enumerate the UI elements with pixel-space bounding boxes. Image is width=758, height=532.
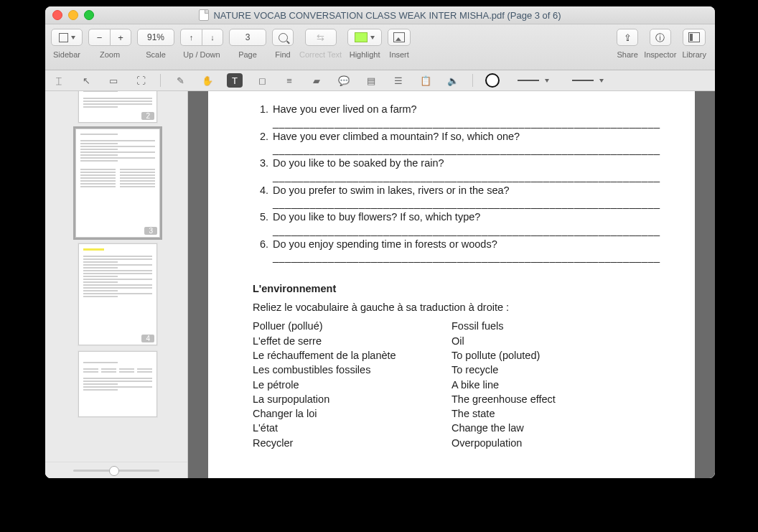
question-number: 6.: [253, 238, 268, 252]
shape-tool[interactable]: ◻: [254, 73, 270, 88]
titlebar: NATURE VOCAB CONVERSATION CLASS WEAK INT…: [45, 6, 715, 24]
page-thumbnail[interactable]: 3: [75, 129, 160, 238]
crop-tool[interactable]: ⛶: [133, 73, 149, 88]
inspector-button[interactable]: ⓘ: [650, 29, 671, 46]
page-thumbnail[interactable]: 4: [78, 243, 157, 345]
answer-line: ________________________________________…: [273, 225, 650, 236]
textstyle-tool[interactable]: ≡: [281, 73, 297, 88]
question-item: 6. Do you enjoy spending time in forests…: [253, 238, 650, 252]
highlight-button[interactable]: [347, 29, 382, 46]
vocab-term: L'état: [253, 421, 451, 435]
text-tool[interactable]: T: [227, 73, 243, 88]
arrow-down-icon: ↓: [210, 34, 215, 42]
note-tool[interactable]: 💬: [336, 73, 352, 88]
search-icon: [279, 33, 288, 42]
vocab-columns: Polluer (pollué) L'effet de serre Le réc…: [253, 319, 650, 450]
window-title-text: NATURE VOCAB CONVERSATION CLASS WEAK INT…: [213, 10, 561, 21]
vocab-term: Oil: [451, 334, 650, 348]
form-icon: ▤: [367, 76, 375, 85]
image-icon: [393, 32, 405, 42]
chevron-down-icon: [545, 79, 549, 83]
question-number: 5.: [253, 210, 268, 225]
vocab-term: A bike line: [451, 378, 650, 392]
scale-field[interactable]: 91%: [137, 29, 174, 46]
line-width-picker[interactable]: [512, 73, 555, 88]
question-item: 5. Do you like to buy flowers? If so, wh…: [253, 210, 650, 225]
speech-icon: 💬: [338, 76, 350, 85]
answer-line: ________________________________________…: [273, 117, 650, 129]
insert-label: Insert: [389, 50, 409, 59]
textstyle-icon: ≡: [286, 76, 292, 85]
highlight-label: Highlight: [350, 50, 380, 59]
pencil-tool[interactable]: ✎: [172, 73, 188, 88]
vocab-term: Polluer (pollué): [253, 319, 451, 333]
form-tool[interactable]: ▤: [363, 73, 379, 88]
clipboard-tool[interactable]: 📋: [418, 73, 434, 88]
list-tool[interactable]: ☰: [390, 73, 406, 88]
area-select-tool[interactable]: ▭: [106, 73, 121, 88]
question-list: 1. Have you ever lived on a farm? ______…: [253, 103, 650, 263]
text-select-tool[interactable]: ⌶: [51, 73, 67, 88]
library-icon: [688, 32, 700, 42]
line-end-picker[interactable]: [566, 73, 609, 88]
vocab-term: Change the law: [451, 421, 650, 435]
main-toolbar: Sidebar − + Zoom 91% Scale ↑ ↓: [45, 24, 715, 70]
thumbnail-list: 2: [45, 91, 187, 462]
correct-text-label: Correct Text: [299, 50, 342, 59]
thumbnail-page-number: 4: [141, 335, 154, 342]
find-button[interactable]: [272, 29, 294, 46]
vocab-term: Recycler: [253, 436, 451, 450]
thumbnail-page-number: 2: [141, 112, 154, 120]
chevron-down-icon: [71, 36, 75, 39]
sound-icon: 🔈: [447, 76, 459, 85]
question-item: 3. Do you like to be soaked by the rain?: [253, 157, 650, 171]
answer-line: ________________________________________…: [273, 144, 650, 155]
highlighter-tool[interactable]: ▰: [309, 73, 324, 88]
info-icon: ⓘ: [655, 33, 665, 42]
correct-text-button[interactable]: ⇆: [305, 29, 337, 46]
pan-tool[interactable]: ✋: [200, 73, 215, 88]
page-down-button[interactable]: ↓: [202, 29, 223, 46]
page-thumbnail[interactable]: 2: [78, 91, 157, 123]
question-item: 1. Have you ever lived on a farm?: [253, 103, 650, 117]
vocab-term: Fossil fuels: [451, 319, 650, 333]
line-icon: [518, 80, 539, 81]
zoom-label: Zoom: [100, 50, 120, 59]
stroke-color[interactable]: [485, 73, 500, 88]
toolbar-separator: [472, 74, 473, 87]
page-up-button[interactable]: ↑: [180, 29, 202, 46]
sidebar-toggle[interactable]: [51, 29, 83, 46]
chevron-down-icon: [599, 79, 604, 83]
vocab-term: Les combustibles fossiles: [253, 363, 451, 377]
text-tool-icon: T: [232, 76, 238, 85]
text-cursor-icon: ⌶: [56, 76, 62, 85]
window-title: NATURE VOCAB CONVERSATION CLASS WEAK INT…: [45, 9, 715, 21]
library-label: Library: [682, 50, 706, 59]
document-viewport[interactable]: 1. Have you ever lived on a farm? ______…: [188, 91, 715, 478]
sound-tool[interactable]: 🔈: [445, 73, 461, 88]
page-value: 3: [245, 32, 251, 42]
zoom-out-button[interactable]: −: [88, 29, 110, 46]
thumbnail-size-slider[interactable]: [45, 462, 187, 478]
question-number: 4.: [253, 184, 268, 198]
updown-label: Up / Down: [183, 50, 220, 59]
zoom-in-button[interactable]: +: [110, 29, 131, 46]
thumbnail-sidebar: 2: [45, 91, 188, 478]
section-title: L'environnement: [253, 283, 650, 294]
document-icon: [199, 9, 209, 21]
share-button[interactable]: ⇪: [617, 29, 638, 46]
page-field[interactable]: 3: [229, 29, 266, 46]
answer-line: ________________________________________…: [273, 197, 650, 209]
library-button[interactable]: [683, 29, 706, 46]
vocab-term: Le pétrole: [253, 378, 451, 392]
vocab-term: La surpopulation: [253, 392, 451, 406]
insert-button[interactable]: [388, 29, 411, 46]
vocab-right-column: Fossil fuels Oil To pollute (poluted) To…: [451, 319, 650, 450]
pointer-tool[interactable]: ↖: [78, 73, 94, 88]
arrow-up-icon: ↑: [190, 34, 194, 42]
sidebar-icon: [59, 33, 68, 42]
vocab-term: Le réchauffement de la planète: [253, 348, 451, 363]
page-thumbnail[interactable]: [78, 351, 157, 417]
question-number: 1.: [253, 103, 268, 117]
share-icon: ⇪: [624, 33, 632, 42]
